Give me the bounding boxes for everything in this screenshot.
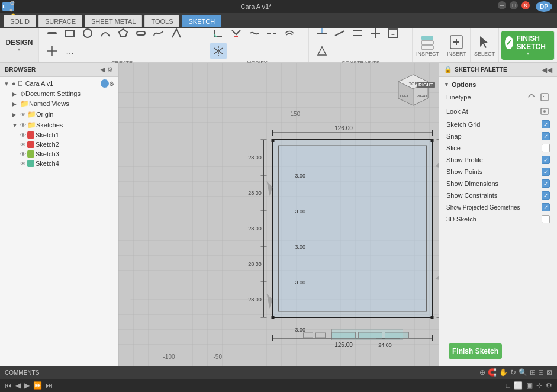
create-line-icon[interactable] xyxy=(44,25,60,41)
bottom-snap-icon[interactable]: ⊕ xyxy=(479,368,485,377)
snap-checkbox[interactable]: ✓ xyxy=(542,132,550,140)
show-projected-geometries-checkbox[interactable]: ✓ xyxy=(542,203,550,211)
tree-item-sketch2[interactable]: 👁 Sketch2 xyxy=(1,140,117,149)
bottom-pan-icon[interactable]: ✋ xyxy=(499,368,508,377)
modify-trim-icon[interactable] xyxy=(228,25,244,41)
constraint2-icon[interactable] xyxy=(331,25,348,41)
palette-row-linetype[interactable]: Linetype xyxy=(439,90,557,104)
sketch1-eye-icon[interactable]: 👁 xyxy=(20,132,26,139)
create-circle-icon[interactable] xyxy=(79,25,96,41)
create-rect-icon[interactable] xyxy=(62,25,78,41)
bottom-display1-icon[interactable]: ⊞ xyxy=(530,368,536,377)
create-arc-icon[interactable] xyxy=(97,25,114,41)
modify-extend-icon[interactable] xyxy=(246,25,262,41)
origin-eye-icon[interactable]: 👁 xyxy=(20,111,26,118)
playback-end-icon[interactable]: ⏭ xyxy=(46,381,53,390)
palette-row-show-points[interactable]: Show Points ✓ xyxy=(439,166,557,178)
show-profile-checkbox[interactable]: ✓ xyxy=(542,156,550,164)
show-dimensions-checkbox[interactable]: ✓ xyxy=(542,179,550,188)
palette-row-show-projected-geometries[interactable]: Show Projected Geometries ✓ xyxy=(439,201,557,213)
view-icon4[interactable]: ⊹ xyxy=(536,381,542,390)
create-spline-icon[interactable] xyxy=(150,25,167,41)
maximize-button[interactable]: □ xyxy=(510,1,518,9)
user-avatar[interactable]: DP xyxy=(536,1,552,12)
playback-next-icon[interactable]: ⏩ xyxy=(33,381,42,390)
tab-solid[interactable]: SOLID xyxy=(4,15,36,27)
insert-icon[interactable] xyxy=(448,34,465,50)
tree-item-doc-settings[interactable]: ▶ ⚙ Document Settings xyxy=(1,89,117,98)
palette-row-show-constraints[interactable]: Show Constraints ✓ xyxy=(439,189,557,201)
sketches-folder-icon: 📁 xyxy=(27,121,36,129)
root-gear-icon[interactable]: ⚙ xyxy=(109,81,114,87)
sketch2-eye-icon[interactable]: 👁 xyxy=(20,142,26,148)
tree-item-origin[interactable]: ▶ 👁 📁 Origin xyxy=(1,109,117,120)
palette-row-show-dimensions[interactable]: Show Dimensions ✓ xyxy=(439,178,557,189)
constraint1-icon[interactable] xyxy=(314,25,330,41)
browser-settings-icon[interactable]: ⚙ xyxy=(107,66,113,73)
constraint5-icon[interactable]: = xyxy=(385,25,401,41)
browser-expand-icon[interactable]: ◀ xyxy=(100,66,105,73)
sketch4-eye-icon[interactable]: 👁 xyxy=(20,160,26,167)
minimize-button[interactable]: ─ xyxy=(498,1,506,9)
tree-item-named-views[interactable]: ▶ 📁 Named Views xyxy=(1,98,117,109)
slice-checkbox[interactable] xyxy=(542,144,550,152)
canvas-area[interactable]: TOP LEFT RIGHT RIGHT -100 -50 150 xyxy=(118,63,439,366)
bottom-magnet-icon[interactable]: 🧲 xyxy=(488,368,497,377)
tree-item-sketches[interactable]: ▼ 👁 📁 Sketches xyxy=(1,120,117,130)
sketches-eye-icon[interactable]: 👁 xyxy=(20,122,26,128)
create-polygon-icon[interactable] xyxy=(115,25,131,41)
constraint6-icon[interactable] xyxy=(314,43,330,59)
modify-offset-icon[interactable] xyxy=(281,25,298,41)
tree-item-sketch4[interactable]: 👁 Sketch4 xyxy=(1,159,117,168)
tree-item-sketch1[interactable]: 👁 Sketch1 xyxy=(1,130,117,140)
bottom-orbit-icon[interactable]: ↻ xyxy=(510,368,516,377)
linetype-icon1[interactable] xyxy=(526,92,537,102)
bottom-display3-icon[interactable]: ⊠ xyxy=(546,368,552,377)
select-icon[interactable] xyxy=(476,34,492,50)
finish-sketch-toolbar-label[interactable]: FINISH SKETCH xyxy=(517,34,551,51)
create-point-icon[interactable] xyxy=(44,43,60,59)
inspect-icon[interactable] xyxy=(419,34,436,50)
playback-prev-icon[interactable]: ◀ xyxy=(15,381,21,390)
view-icon1[interactable]: □ xyxy=(506,381,510,390)
view-icon3[interactable]: ▣ xyxy=(526,381,533,390)
show-constraints-checkbox[interactable]: ✓ xyxy=(542,191,550,200)
create-more-icon[interactable]: … xyxy=(62,43,78,59)
tree-item-sketch3[interactable]: 👁 Sketch3 xyxy=(1,149,117,159)
design-menu[interactable]: DESIGN ▾ xyxy=(0,28,39,62)
tree-item-root[interactable]: ▼ ● 🗋 Cara A v1 ⚙ xyxy=(1,78,117,89)
palette-row-sketch-grid[interactable]: Sketch Grid ✓ xyxy=(439,118,557,130)
close-button[interactable]: ✕ xyxy=(521,1,530,9)
palette-row-show-profile[interactable]: Show Profile ✓ xyxy=(439,154,557,166)
playback-play-icon[interactable]: ▶ xyxy=(24,381,30,390)
svg-line-92 xyxy=(543,96,546,98)
constraint4-icon[interactable] xyxy=(367,25,384,41)
create-conic-icon[interactable] xyxy=(168,25,185,41)
constraint3-icon[interactable] xyxy=(349,25,366,41)
show-points-checkbox[interactable]: ✓ xyxy=(542,168,550,176)
3d-sketch-checkbox[interactable] xyxy=(542,215,550,223)
linetype-icon2[interactable] xyxy=(539,92,550,102)
palette-row-look-at[interactable]: Look At xyxy=(439,104,557,118)
finish-sketch-button[interactable]: Finish Sketch xyxy=(449,343,502,359)
look-at-icon[interactable] xyxy=(539,106,550,117)
palette-options-header[interactable]: ▼ Options xyxy=(439,79,557,90)
palette-row-snap[interactable]: Snap ✓ xyxy=(439,130,557,142)
status-gear-icon[interactable]: ⚙ xyxy=(546,381,552,390)
modify-break-icon[interactable] xyxy=(263,25,280,41)
root-eye-icon[interactable]: ● xyxy=(12,80,16,87)
bottom-display2-icon[interactable]: ⊟ xyxy=(538,368,544,377)
create-slot-icon[interactable] xyxy=(133,25,149,41)
svg-rect-0 xyxy=(47,32,57,34)
bottom-zoom-icon[interactable]: 🔍 xyxy=(519,368,527,377)
sketch3-eye-icon[interactable]: 👁 xyxy=(20,151,26,158)
sketch-grid-checkbox[interactable]: ✓ xyxy=(542,120,550,128)
view-icon2[interactable]: ⬜ xyxy=(514,381,523,390)
palette-row-3d-sketch[interactable]: 3D Sketch xyxy=(439,213,557,225)
palette-collapse-icon[interactable]: ◀◀ xyxy=(542,66,552,74)
modify-mirror-icon[interactable] xyxy=(210,43,227,59)
palette-row-slice[interactable]: Slice xyxy=(439,142,557,154)
playback-start-icon[interactable]: ⏮ xyxy=(5,381,12,390)
canvas-svg[interactable]: -100 -50 150 126.00 150 28.00 xyxy=(118,63,439,366)
modify-fillet-icon[interactable] xyxy=(210,25,227,41)
